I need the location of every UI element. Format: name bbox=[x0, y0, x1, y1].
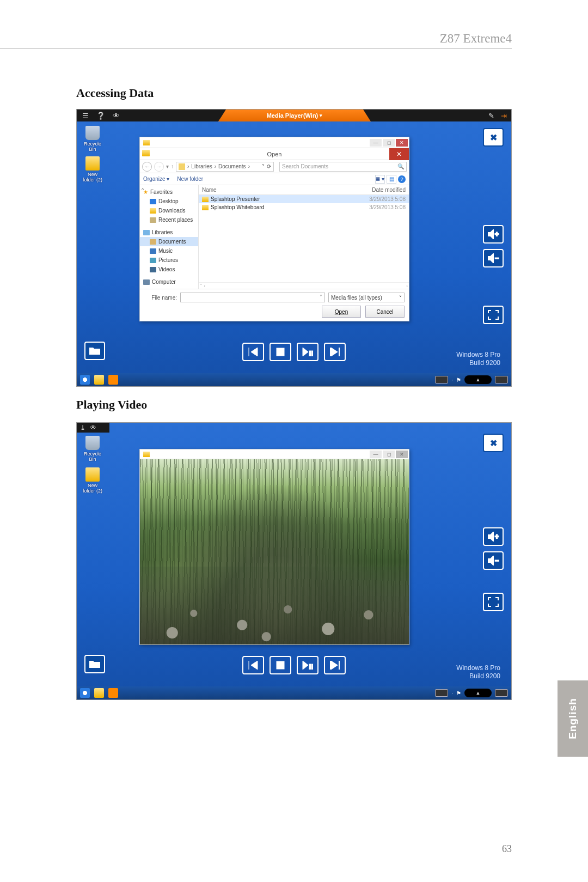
new-folder-button[interactable]: New folder bbox=[177, 176, 203, 182]
dialog-help-button[interactable]: ? bbox=[398, 175, 406, 183]
breadcrumb-dropdown[interactable]: ˅ bbox=[262, 163, 265, 169]
watermark-l1: Windows 8 Pro bbox=[456, 351, 500, 360]
sidebar-computer-header[interactable]: Computer bbox=[140, 277, 198, 287]
exit-icon[interactable]: ⇥ bbox=[501, 112, 507, 120]
stop-button[interactable] bbox=[270, 343, 291, 361]
sidebar-item-disk-c[interactable]: Local Disk (C:) bbox=[140, 287, 198, 289]
col-date[interactable]: Date modified bbox=[360, 185, 409, 194]
next-button[interactable] bbox=[324, 343, 346, 361]
sidebar-item-downloads[interactable]: Downloads bbox=[140, 206, 198, 215]
breadcrumb[interactable]: › Libraries › Documents › ˅⟳ bbox=[176, 162, 274, 172]
folder-icon bbox=[85, 156, 100, 171]
nav-back-button[interactable]: ← bbox=[142, 162, 152, 172]
remote-session-title[interactable]: Media Player(Win) ▾ bbox=[218, 110, 371, 121]
pictures-icon bbox=[150, 258, 156, 263]
sidebar-item-videos[interactable]: Videos bbox=[140, 265, 198, 274]
eye-icon[interactable]: 👁 bbox=[90, 424, 96, 431]
sidebar-item-music[interactable]: Music bbox=[140, 246, 198, 256]
hscrollbar[interactable]: ˅ ‹› bbox=[199, 282, 409, 289]
stop-button[interactable] bbox=[270, 656, 291, 674]
taskbar-explorer-icon[interactable] bbox=[94, 375, 104, 385]
col-name[interactable]: Name bbox=[199, 185, 360, 194]
sidebar-computer-label: Computer bbox=[152, 279, 176, 285]
taskbar: · ⚑ ▲ bbox=[77, 373, 511, 386]
minimize-button[interactable]: — bbox=[370, 139, 382, 147]
collapse-icon[interactable]: ⤓ bbox=[80, 424, 85, 431]
nav-up-button[interactable]: ↑ bbox=[171, 163, 174, 169]
search-input[interactable]: Search Documents 🔍 bbox=[279, 162, 407, 172]
open-file-button[interactable] bbox=[84, 655, 105, 673]
nav-recent-dropdown[interactable]: ▾ bbox=[166, 163, 169, 169]
volume-down-button[interactable]: − bbox=[483, 249, 504, 267]
tray-flag-icon[interactable]: ⚑ bbox=[456, 690, 461, 696]
open-file-button[interactable] bbox=[84, 342, 105, 360]
tray-pill[interactable]: ▲ bbox=[464, 375, 492, 384]
edit-icon[interactable]: ✎ bbox=[488, 112, 494, 120]
desktop-icon-recycle-bin[interactable]: Recycle Bin bbox=[81, 126, 104, 152]
tray-keyboard-icon-2[interactable] bbox=[495, 376, 508, 384]
file-row[interactable]: Splashtop Whiteboard 3/29/2013 5:08 bbox=[199, 203, 409, 211]
player-window-icon bbox=[143, 140, 150, 145]
sidebar-item-desktop[interactable]: Desktop bbox=[140, 197, 198, 206]
breadcrumb-documents[interactable]: Documents bbox=[218, 163, 246, 169]
close-button[interactable]: ✕ bbox=[396, 451, 408, 458]
windows-watermark: Windows 8 Pro Build 9200 bbox=[456, 664, 500, 681]
organize-button[interactable]: Organize ▾ bbox=[143, 176, 169, 182]
sidebar-item-documents[interactable]: Documents bbox=[140, 237, 198, 246]
taskbar-ie-icon[interactable] bbox=[80, 375, 90, 385]
close-button[interactable]: ✕ bbox=[396, 139, 408, 147]
open-dialog-close-button[interactable]: ✕ bbox=[389, 148, 409, 160]
tray-keyboard-icon[interactable] bbox=[435, 376, 448, 384]
tray-pill[interactable]: ▲ bbox=[464, 689, 492, 697]
sidebar-item-recent[interactable]: Recent places bbox=[140, 215, 198, 224]
fullscreen-button[interactable] bbox=[483, 306, 504, 324]
taskbar-ie-icon[interactable] bbox=[80, 688, 90, 698]
nav-forward-button[interactable]: → bbox=[154, 162, 164, 172]
desktop-icon-new-folder[interactable]: New folder (2) bbox=[81, 467, 104, 494]
breadcrumb-libraries[interactable]: Libraries bbox=[191, 163, 212, 169]
preview-pane-button[interactable]: ▤ bbox=[387, 175, 396, 184]
close-overlay-button[interactable]: ✖ bbox=[483, 128, 504, 147]
cancel-button[interactable]: Cancel bbox=[365, 306, 405, 318]
maximize-button[interactable]: ◻ bbox=[383, 451, 395, 458]
eye-icon[interactable]: 👁 bbox=[113, 112, 120, 120]
play-pause-button[interactable] bbox=[297, 343, 318, 361]
video-frame-rainforest[interactable] bbox=[140, 459, 409, 644]
svg-rect-4 bbox=[311, 351, 313, 356]
view-mode-button[interactable]: ≣ ▾ bbox=[375, 175, 385, 184]
fullscreen-button[interactable] bbox=[483, 593, 504, 611]
sidebar-favorites-header[interactable]: ★Favorites bbox=[140, 187, 198, 197]
tray-divider: · bbox=[451, 690, 453, 696]
volume-down-button[interactable]: − bbox=[483, 551, 504, 570]
prev-button[interactable] bbox=[242, 656, 264, 674]
collapse-icon[interactable]: ☰ bbox=[82, 112, 89, 120]
desktop-icon-new-folder[interactable]: New folder (2) bbox=[81, 156, 104, 183]
sidebar-item-pictures[interactable]: Pictures bbox=[140, 256, 198, 265]
file-row[interactable]: Splashtop Presenter 3/29/2013 5:08 bbox=[199, 195, 409, 203]
next-button[interactable] bbox=[324, 656, 346, 674]
taskbar-explorer-icon[interactable] bbox=[94, 688, 104, 698]
remote-topbar: ☰ ❔ 👁 Media Player(Win) ▾ ✎ ⇥ bbox=[77, 110, 511, 121]
tray-flag-icon[interactable]: ⚑ bbox=[456, 377, 461, 383]
open-button[interactable]: Open bbox=[322, 306, 361, 318]
taskbar-media-icon[interactable] bbox=[108, 688, 118, 698]
volume-up-button[interactable]: + bbox=[483, 527, 504, 546]
help-icon[interactable]: ❔ bbox=[96, 112, 105, 120]
volume-up-button[interactable]: + bbox=[483, 225, 504, 244]
prev-button[interactable] bbox=[242, 343, 264, 361]
play-pause-button[interactable] bbox=[297, 656, 318, 674]
desktop-icon-recycle-bin[interactable]: Recycle Bin bbox=[81, 436, 104, 462]
file-type-filter[interactable]: Media files (all types)˅ bbox=[328, 293, 405, 302]
maximize-button[interactable]: ◻ bbox=[383, 139, 395, 147]
file-name-input[interactable]: ˅ bbox=[180, 293, 325, 302]
player-window-titlebar: — ◻ ✕ bbox=[140, 137, 409, 148]
windows-watermark: Windows 8 Pro Build 9200 bbox=[456, 351, 500, 368]
close-overlay-button[interactable]: ✖ bbox=[483, 434, 504, 452]
breadcrumb-refresh[interactable]: ⟳ bbox=[267, 163, 271, 169]
sidebar-libraries-header[interactable]: Libraries bbox=[140, 228, 198, 237]
minimize-button[interactable]: — bbox=[370, 451, 382, 458]
taskbar-media-icon[interactable] bbox=[108, 375, 118, 385]
tray-keyboard-icon[interactable] bbox=[435, 689, 448, 697]
tray-keyboard-icon-2[interactable] bbox=[495, 689, 508, 697]
taskbar: · ⚑ ▲ bbox=[77, 686, 511, 699]
